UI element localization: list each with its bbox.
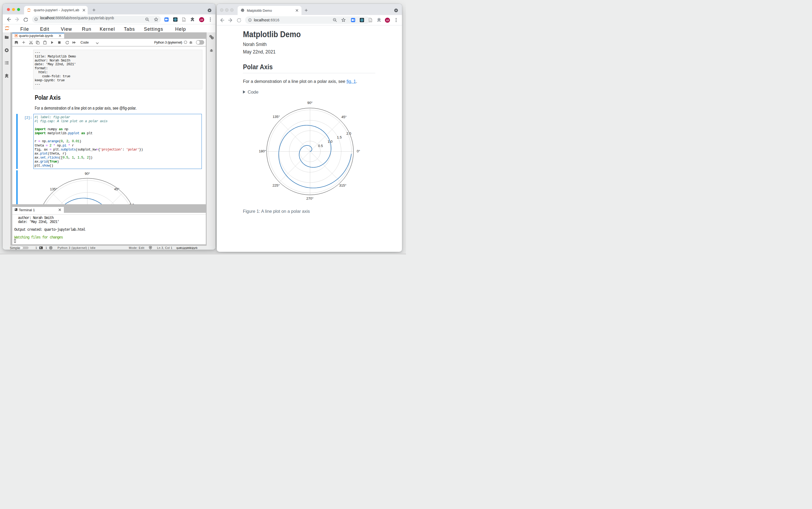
- svg-text:180°: 180°: [259, 149, 266, 153]
- svg-text:315°: 315°: [339, 183, 346, 188]
- svg-text:0°: 0°: [357, 149, 360, 153]
- svg-text:1.0: 1.0: [328, 140, 332, 143]
- svg-text:270°: 270°: [306, 197, 314, 201]
- svg-text:45°: 45°: [341, 115, 347, 119]
- svg-text:225°: 225°: [273, 183, 280, 188]
- svg-text:1.5: 1.5: [337, 135, 342, 139]
- svg-text:135°: 135°: [273, 115, 280, 119]
- svg-text:2.0: 2.0: [346, 132, 351, 136]
- svg-text:90°: 90°: [307, 101, 313, 105]
- svg-text:0.5: 0.5: [318, 144, 323, 148]
